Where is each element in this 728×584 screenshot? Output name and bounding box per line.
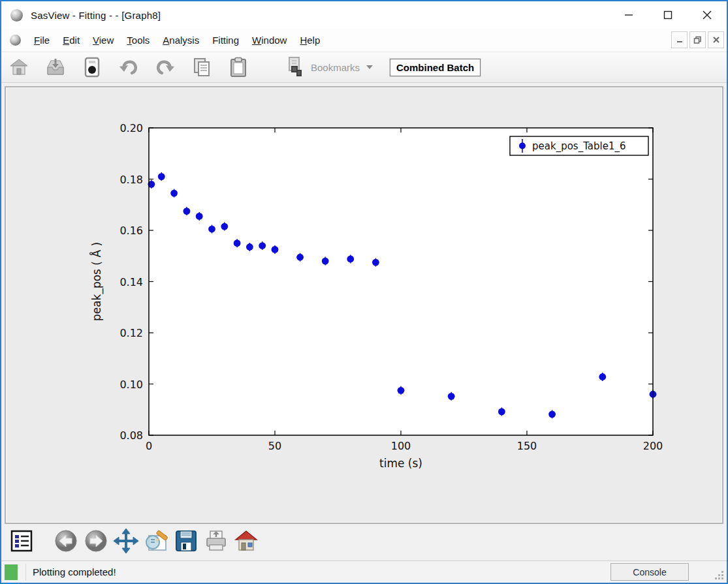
- plot-nav-toolbar: [1, 524, 727, 558]
- print-icon[interactable]: [204, 529, 229, 553]
- menu-tools[interactable]: Tools: [120, 31, 156, 50]
- close-icon: [702, 10, 712, 20]
- status-separator: [25, 564, 26, 581]
- menu-edit[interactable]: Edit: [56, 31, 86, 50]
- svg-text:0: 0: [146, 440, 152, 452]
- svg-text:0.18: 0.18: [119, 174, 143, 186]
- title-bar: SasView - Fitting - - [Graph8]: [1, 1, 727, 29]
- bookmarks-group: Bookmarks: [285, 55, 373, 79]
- graph8-plot-canvas[interactable]: 0501001502000.080.100.120.140.160.180.20…: [6, 87, 722, 520]
- window-controls: [609, 1, 727, 29]
- menu-bar: FileEditViewToolsAnalysisFittingWindowHe…: [1, 29, 727, 52]
- undo-icon[interactable]: [118, 55, 140, 79]
- bookmark-icon[interactable]: [285, 55, 307, 79]
- bookmarks-dropdown-icon[interactable]: [366, 65, 373, 69]
- status-message: Plotting completed!: [33, 566, 116, 577]
- back-icon[interactable]: [54, 529, 78, 553]
- app-window: SasView - Fitting - - [Graph8] FileEditV…: [0, 0, 728, 584]
- reset-home-icon[interactable]: [234, 529, 259, 553]
- y-axis-label: peak_pos ( Å ): [89, 242, 104, 321]
- load-data-icon[interactable]: [44, 55, 67, 79]
- menu-analysis[interactable]: Analysis: [156, 31, 206, 50]
- svg-text:0.16: 0.16: [119, 224, 143, 237]
- svg-text:0.14: 0.14: [119, 276, 143, 288]
- svg-text:150: 150: [517, 440, 537, 452]
- plot-properties-icon[interactable]: [9, 529, 34, 553]
- svg-text:100: 100: [391, 440, 411, 452]
- menu-fitting[interactable]: Fitting: [206, 31, 245, 50]
- svg-text:50: 50: [268, 440, 281, 452]
- menu-items: FileEditViewToolsAnalysisFittingWindowHe…: [27, 35, 326, 46]
- minimize-button[interactable]: [609, 1, 648, 29]
- child-minimize-icon: [676, 36, 684, 44]
- status-indicator: [5, 564, 18, 580]
- forward-icon[interactable]: [84, 529, 108, 553]
- menu-window[interactable]: Window: [245, 31, 293, 50]
- welcome-home-icon[interactable]: [8, 55, 30, 79]
- child-close-icon: [712, 36, 720, 44]
- zoom-rect-icon[interactable]: [144, 529, 168, 553]
- svg-text:0.08: 0.08: [119, 429, 143, 442]
- plot-panel: 0501001502000.080.100.120.140.160.180.20…: [5, 86, 723, 524]
- child-restore-button[interactable]: [689, 31, 706, 48]
- child-close-button[interactable]: [708, 31, 724, 48]
- console-button[interactable]: Console: [610, 563, 689, 581]
- combined-batch-button[interactable]: Combined Batch: [390, 59, 481, 76]
- save-figure-icon[interactable]: [174, 529, 198, 553]
- minimize-icon: [624, 10, 634, 20]
- copy-icon[interactable]: [191, 55, 213, 79]
- svg-text:0.10: 0.10: [119, 378, 143, 391]
- resize-grip[interactable]: [715, 571, 724, 580]
- bookmarks-label[interactable]: Bookmarks: [311, 62, 360, 73]
- child-minimize-button[interactable]: [671, 31, 688, 48]
- paste-icon[interactable]: [227, 55, 249, 79]
- app-logo-icon: [10, 9, 23, 22]
- legend-label: peak_pos_Table1_6: [532, 140, 626, 153]
- close-button[interactable]: [688, 1, 727, 29]
- maximize-button[interactable]: [648, 1, 688, 29]
- report-icon[interactable]: [81, 55, 103, 79]
- main-toolbar: Bookmarks Combined Batch: [1, 52, 727, 83]
- redo-icon[interactable]: [154, 55, 176, 79]
- child-restore-icon: [693, 36, 702, 44]
- svg-text:0.20: 0.20: [119, 122, 143, 134]
- status-bar: Plotting completed! Console: [1, 561, 727, 583]
- document-logo-icon: [10, 35, 21, 46]
- svg-text:0.12: 0.12: [119, 327, 143, 339]
- maximize-icon: [663, 10, 673, 20]
- content-area: 0501001502000.080.100.120.140.160.180.20…: [1, 83, 727, 561]
- pan-icon[interactable]: [114, 529, 138, 553]
- window-title: SasView - Fitting - - [Graph8]: [31, 10, 161, 21]
- menu-file[interactable]: File: [27, 31, 56, 50]
- x-axis-label: time (s): [379, 457, 422, 470]
- menu-view[interactable]: View: [86, 31, 120, 50]
- mdi-window-controls: [671, 31, 724, 48]
- svg-text:200: 200: [643, 440, 663, 452]
- menu-help[interactable]: Help: [293, 31, 326, 50]
